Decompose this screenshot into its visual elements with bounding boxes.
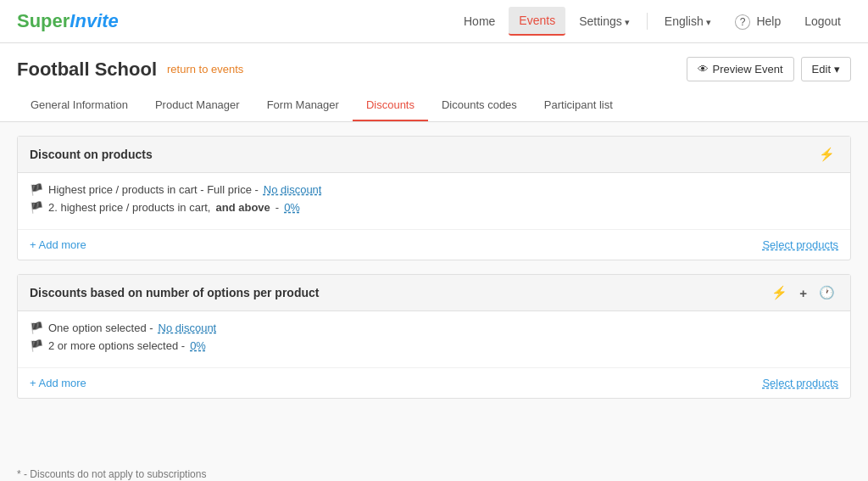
discount-row-2-bold: and above xyxy=(215,201,270,214)
flag-icon-2: 🏴 xyxy=(30,201,43,214)
nav-english[interactable]: English xyxy=(654,8,721,35)
discount-row-3-prefix: One option selected - xyxy=(48,322,153,334)
nav-divider xyxy=(647,13,648,30)
page-title: Football School xyxy=(17,59,157,81)
tab-form-manager[interactable]: Form Manager xyxy=(253,90,353,121)
page-title-actions: 👁 Preview Event Edit ▾ xyxy=(687,57,852,81)
tabs-bar: General Information Product Manager Form… xyxy=(0,90,868,122)
discount-row-3-link[interactable]: No discount xyxy=(159,322,217,334)
section-2-footer: + Add more Select products xyxy=(18,367,850,398)
logo: SuperInvite xyxy=(17,10,119,32)
tab-discount-codes[interactable]: Dicounts codes xyxy=(428,90,531,121)
section-2-title: Discounts based on number of options per… xyxy=(30,286,319,299)
logo-super: Super xyxy=(17,10,70,31)
section-1-footer: + Add more Select products xyxy=(18,229,850,260)
nav-logout[interactable]: Logout xyxy=(794,8,851,35)
section-1-title: Discount on products xyxy=(30,148,153,161)
discount-row-3: 🏴 One option selected - No discount xyxy=(30,322,838,334)
footer-note: * - Discounts do not apply to subscripti… xyxy=(0,461,868,481)
section-2-body: 🏴 One option selected - No discount 🏴 2 … xyxy=(18,311,850,367)
main-nav: Home Events Settings English ? Help Logo… xyxy=(453,7,851,36)
section-2-header: Discounts based on number of options per… xyxy=(18,275,850,311)
discount-row-2: 🏴 2. highest price / products in cart, a… xyxy=(30,201,838,214)
discount-row-2-link[interactable]: 0% xyxy=(284,201,300,214)
section-1-add-more[interactable]: + Add more xyxy=(30,238,86,251)
section-2-add-more[interactable]: + Add more xyxy=(30,377,86,389)
edit-dropdown-icon: ▾ xyxy=(834,63,840,76)
discount-row-1: 🏴 Highest price / products in cart - Ful… xyxy=(30,183,838,196)
discount-row-2-prefix: 2. highest price / products in cart, xyxy=(48,201,210,214)
tab-general-information[interactable]: General Information xyxy=(17,90,142,121)
tab-discounts[interactable]: Discounts xyxy=(353,90,428,121)
discount-row-1-link[interactable]: No discount xyxy=(264,183,322,196)
help-icon: ? xyxy=(735,14,751,30)
discounts-by-options-section: Discounts based on number of options per… xyxy=(17,274,851,399)
discount-row-2-dash: - xyxy=(275,201,279,214)
nav-events[interactable]: Events xyxy=(509,7,565,36)
section-2-clock-icon[interactable]: 🕐 xyxy=(815,283,838,302)
section-1-header: Discount on products ⚡ xyxy=(18,137,850,173)
flag-icon-4: 🏴 xyxy=(30,339,43,352)
nav-home[interactable]: Home xyxy=(453,8,505,35)
main-content: Discount on products ⚡ 🏴 Highest price /… xyxy=(0,122,868,461)
discount-row-4: 🏴 2 or more options selected - 0% xyxy=(30,339,838,352)
section-1-actions: ⚡ xyxy=(815,145,838,164)
section-2-actions: ⚡ + 🕐 xyxy=(768,283,838,302)
discount-row-1-prefix: Highest price / products in cart - Full … xyxy=(48,183,259,196)
page-title-left: Football School return to events xyxy=(17,59,243,81)
return-to-events-link[interactable]: return to events xyxy=(167,63,243,76)
eye-icon: 👁 xyxy=(698,63,709,76)
section-1-body: 🏴 Highest price / products in cart - Ful… xyxy=(18,173,850,229)
page-title-area: Football School return to events 👁 Previ… xyxy=(0,43,868,90)
nav-help[interactable]: ? Help xyxy=(725,8,791,35)
discount-row-4-prefix: 2 or more options selected - xyxy=(48,339,185,352)
section-1-lightning-icon[interactable]: ⚡ xyxy=(815,145,838,164)
header: SuperInvite Home Events Settings English… xyxy=(0,0,868,43)
tab-product-manager[interactable]: Product Manager xyxy=(142,90,253,121)
flag-icon-3: 🏴 xyxy=(30,322,43,334)
flag-icon-1: 🏴 xyxy=(30,183,43,196)
section-2-select-products[interactable]: Select products xyxy=(762,377,838,389)
section-1-select-products[interactable]: Select products xyxy=(762,238,838,251)
preview-event-button[interactable]: 👁 Preview Event xyxy=(687,57,794,81)
tab-participant-list[interactable]: Participant list xyxy=(531,90,626,121)
section-2-lightning-icon[interactable]: ⚡ xyxy=(768,283,791,302)
nav-settings[interactable]: Settings xyxy=(569,8,640,35)
discount-row-4-link[interactable]: 0% xyxy=(190,339,206,352)
section-2-add-icon[interactable]: + xyxy=(796,284,810,302)
discount-on-products-section: Discount on products ⚡ 🏴 Highest price /… xyxy=(17,136,851,260)
edit-button[interactable]: Edit ▾ xyxy=(801,57,851,81)
logo-invite: Invite xyxy=(70,10,118,31)
